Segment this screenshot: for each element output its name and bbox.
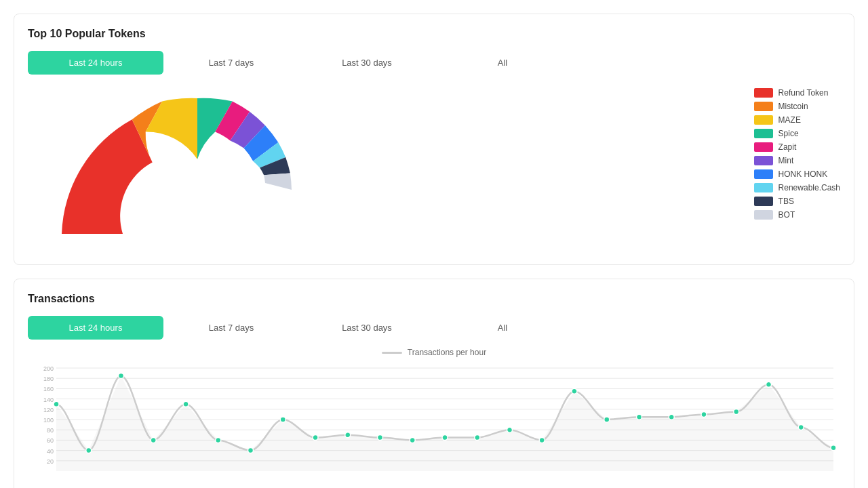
legend-item-renewable-cash: Renewable.Cash bbox=[754, 183, 840, 192]
svg-text:100: 100 bbox=[43, 417, 54, 424]
svg-point-27 bbox=[280, 417, 285, 422]
svg-text:20: 20 bbox=[47, 458, 54, 465]
legend-label-mistcoin: Mistcoin bbox=[778, 102, 808, 111]
segment-bot bbox=[264, 174, 292, 190]
chart-legend-label: Transactions per hour bbox=[408, 348, 486, 357]
filter-all-tx[interactable]: All bbox=[435, 316, 570, 340]
legend-color-spice bbox=[754, 129, 773, 138]
legend-color-mint bbox=[754, 156, 773, 165]
legend-color-refund-token bbox=[754, 88, 773, 98]
svg-point-32 bbox=[442, 435, 448, 441]
legend-color-bot bbox=[754, 210, 773, 220]
svg-point-39 bbox=[669, 414, 674, 420]
bottom-clip bbox=[41, 234, 353, 247]
svg-text:80: 80 bbox=[47, 427, 54, 434]
svg-text:180: 180 bbox=[43, 375, 54, 382]
transactions-title: Transactions bbox=[28, 293, 840, 305]
legend-label-mint: Mint bbox=[778, 156, 794, 165]
svg-point-22 bbox=[119, 373, 124, 378]
chart-legend-row: Transactions per hour bbox=[28, 348, 840, 357]
svg-text:160: 160 bbox=[43, 386, 54, 392]
svg-point-35 bbox=[539, 437, 545, 443]
filter-7d-tokens[interactable]: Last 7 days bbox=[163, 51, 299, 75]
svg-text:140: 140 bbox=[43, 396, 54, 403]
legend-color-tbs bbox=[754, 197, 773, 206]
svg-point-31 bbox=[410, 437, 415, 443]
legend-label-refund-token: Refund Token bbox=[778, 88, 829, 98]
filter-30d-tokens[interactable]: Last 30 days bbox=[299, 51, 435, 75]
filter-all-tokens[interactable]: All bbox=[435, 51, 570, 75]
legend-item-zapit: Zapit bbox=[754, 142, 840, 152]
svg-point-44 bbox=[831, 445, 836, 451]
legend-label-renewable-cash: Renewable.Cash bbox=[778, 183, 840, 192]
legend-label-spice: Spice bbox=[778, 129, 799, 138]
svg-point-37 bbox=[604, 417, 610, 422]
svg-point-29 bbox=[345, 432, 351, 438]
line-chart-area: 200180160140120100806040202020-09-23 15:… bbox=[28, 363, 840, 488]
filter-7d-tx[interactable]: Last 7 days bbox=[163, 316, 299, 340]
legend-item-bot: BOT bbox=[754, 210, 840, 220]
donut-svg bbox=[41, 78, 353, 247]
svg-point-23 bbox=[151, 437, 156, 443]
donut-chart bbox=[28, 75, 367, 251]
legend-label-tbs: TBS bbox=[778, 197, 794, 206]
svg-point-24 bbox=[183, 401, 189, 407]
svg-point-34 bbox=[507, 427, 513, 432]
svg-text:200: 200 bbox=[43, 365, 54, 372]
svg-point-25 bbox=[216, 437, 221, 443]
svg-point-20 bbox=[54, 401, 59, 407]
legend-item-mint: Mint bbox=[754, 156, 840, 165]
svg-point-40 bbox=[701, 411, 707, 417]
transactions-section: Transactions Last 24 hours Last 7 days L… bbox=[14, 279, 854, 488]
svg-point-36 bbox=[572, 388, 577, 394]
line-chart-svg: 200180160140120100806040202020-09-23 15:… bbox=[28, 363, 840, 488]
top-tokens-section: Top 10 Popular Tokens Last 24 hours Last… bbox=[14, 14, 854, 265]
filter-24h-tokens[interactable]: Last 24 hours bbox=[28, 51, 163, 75]
svg-point-43 bbox=[798, 424, 804, 430]
legend-item-maze: MAZE bbox=[754, 115, 840, 125]
svg-text:120: 120 bbox=[43, 407, 54, 413]
legend-label-zapit: Zapit bbox=[778, 142, 797, 152]
svg-point-30 bbox=[378, 435, 383, 441]
svg-point-42 bbox=[766, 382, 772, 387]
legend-color-renewable-cash bbox=[754, 183, 773, 192]
legend-color-mistcoin bbox=[754, 102, 773, 111]
tokens-chart-area: Refund Token Mistcoin MAZE Spice bbox=[28, 75, 840, 251]
top-tokens-filters: Last 24 hours Last 7 days Last 30 days A… bbox=[28, 51, 840, 75]
chart-legend-line bbox=[382, 352, 402, 354]
svg-point-28 bbox=[313, 435, 318, 441]
legend-item-honk-honk: HONK HONK bbox=[754, 169, 840, 179]
page: Top 10 Popular Tokens Last 24 hours Last… bbox=[0, 0, 868, 488]
svg-text:60: 60 bbox=[47, 437, 54, 444]
top-tokens-title: Top 10 Popular Tokens bbox=[28, 28, 840, 40]
legend-item-tbs: TBS bbox=[754, 197, 840, 206]
svg-point-21 bbox=[86, 448, 92, 453]
svg-point-26 bbox=[248, 448, 254, 453]
legend-color-maze bbox=[754, 115, 773, 125]
transactions-filters: Last 24 hours Last 7 days Last 30 days A… bbox=[28, 316, 840, 340]
filter-30d-tx[interactable]: Last 30 days bbox=[299, 316, 435, 340]
legend-item-spice: Spice bbox=[754, 129, 840, 138]
svg-text:40: 40 bbox=[47, 448, 54, 455]
svg-point-38 bbox=[637, 414, 642, 420]
line-chart-wrapper: Transactions per hour 200180160140120100… bbox=[28, 348, 840, 488]
svg-point-41 bbox=[734, 409, 739, 415]
tokens-legend: Refund Token Mistcoin MAZE Spice bbox=[754, 88, 840, 220]
svg-point-33 bbox=[475, 435, 480, 441]
legend-label-maze: MAZE bbox=[778, 115, 801, 125]
filter-24h-tx[interactable]: Last 24 hours bbox=[28, 316, 163, 340]
legend-label-honk-honk: HONK HONK bbox=[778, 169, 828, 179]
legend-item-mistcoin: Mistcoin bbox=[754, 102, 840, 111]
legend-label-bot: BOT bbox=[778, 210, 795, 220]
legend-item-refund-token: Refund Token bbox=[754, 88, 840, 98]
legend-color-honk-honk bbox=[754, 169, 773, 179]
legend-color-zapit bbox=[754, 142, 773, 152]
